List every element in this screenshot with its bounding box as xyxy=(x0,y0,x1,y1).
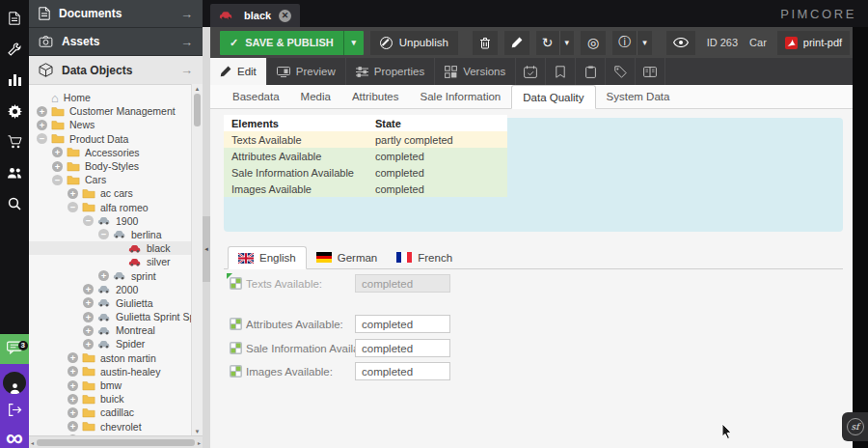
info-button[interactable]: ⓘ ▾ xyxy=(612,31,652,55)
tree-item-body-styles[interactable]: +Body-Styles xyxy=(29,159,192,173)
tree-item-accessories[interactable]: +Accessories xyxy=(29,146,192,159)
tree-item-alfa-romeo[interactable]: −alfa romeo xyxy=(29,201,192,214)
search-rail-icon[interactable] xyxy=(0,188,29,219)
scroll-right-icon[interactable]: ▸ xyxy=(198,439,201,446)
tab-edit[interactable]: Edit xyxy=(210,58,267,85)
expander-minus-icon[interactable]: − xyxy=(37,133,47,144)
expander-plus-icon[interactable]: + xyxy=(68,421,78,432)
panel-splitter[interactable]: ◂ xyxy=(203,27,210,448)
tab-calendar-icon[interactable] xyxy=(516,58,546,85)
sidebar-section-data-objects[interactable]: Data Objects → xyxy=(29,56,203,85)
subtab-system-data[interactable]: System Data xyxy=(596,85,681,108)
tab-properties[interactable]: Properties xyxy=(346,58,435,85)
tree-item-berlina[interactable]: −berlina xyxy=(29,228,192,241)
open-preview-button[interactable] xyxy=(666,31,695,55)
tab-clipboard-icon[interactable] xyxy=(576,58,606,85)
tree-item-customer-management[interactable]: +Customer Management xyxy=(29,104,192,118)
scroll-left-icon[interactable]: ◂ xyxy=(31,439,34,446)
tree-item-bmw[interactable]: +bmw xyxy=(29,378,192,392)
unpublish-button[interactable]: Unpublish xyxy=(370,31,458,55)
field-input[interactable] xyxy=(355,274,450,293)
reports-rail-icon[interactable] xyxy=(0,65,29,96)
info-caret-icon[interactable]: ▾ xyxy=(637,31,652,55)
delete-button[interactable] xyxy=(473,31,498,55)
tree-item-home[interactable]: ⌂Home xyxy=(29,91,192,104)
tree-item-silver[interactable]: silver xyxy=(29,255,192,268)
expander-plus-icon[interactable]: + xyxy=(68,352,78,363)
scrollbar-thumb[interactable] xyxy=(37,439,195,446)
ecommerce-rail-icon[interactable] xyxy=(0,126,29,157)
tree-item-gulietta-sprint-speciale[interactable]: +Gulietta Sprint Speciale xyxy=(29,310,192,323)
expander-plus-icon[interactable]: + xyxy=(68,394,78,405)
tab-versions[interactable]: Versions xyxy=(435,58,516,85)
documents-rail-icon[interactable] xyxy=(0,3,29,34)
expander-plus-icon[interactable]: + xyxy=(68,188,78,199)
tab-tag-icon[interactable] xyxy=(606,58,636,85)
expander-plus-icon[interactable]: + xyxy=(83,339,94,350)
tree-item-giulietta[interactable]: +Giulietta xyxy=(29,296,192,310)
tree-item-sprint[interactable]: +sprint xyxy=(29,268,192,282)
tree-horizontal-scrollbar[interactable]: ◂ ▸ xyxy=(29,435,203,448)
expander-minus-icon[interactable]: − xyxy=(52,175,63,185)
reload-caret-icon[interactable]: ▾ xyxy=(559,31,575,55)
language-tab-english[interactable]: English xyxy=(228,246,307,269)
tools-rail-icon[interactable] xyxy=(0,34,29,65)
user-avatar[interactable] xyxy=(3,372,26,394)
tree-item-chevrolet[interactable]: +chevrolet xyxy=(29,420,192,434)
tree-item-aston-martin[interactable]: +aston martin xyxy=(29,351,192,365)
rename-button[interactable] xyxy=(504,31,529,55)
subtab-data-quality[interactable]: Data Quality xyxy=(511,85,595,109)
tab-preview[interactable]: Preview xyxy=(267,58,346,85)
save-publish-button[interactable]: ✓ SAVE & PUBLISH ▾ xyxy=(220,31,364,55)
tree-item-montreal[interactable]: +Montreal xyxy=(29,323,192,337)
tree-item-product-data[interactable]: −Product Data xyxy=(29,132,192,146)
close-tab-icon[interactable]: ✕ xyxy=(279,10,291,22)
subtab-basedata[interactable]: Basedata xyxy=(222,85,290,108)
tree-item-news[interactable]: +News xyxy=(29,118,192,131)
scroll-up-icon[interactable]: ▲ xyxy=(195,84,201,94)
expander-plus-icon[interactable]: + xyxy=(83,297,94,308)
info-icon[interactable]: ⓘ xyxy=(612,31,637,55)
expander-minus-icon[interactable]: − xyxy=(98,229,109,239)
expander-plus-icon[interactable]: + xyxy=(37,120,47,130)
scrollbar-thumb[interactable] xyxy=(194,94,201,126)
tree-item-buick[interactable]: +buick xyxy=(29,392,192,406)
language-tab-german[interactable]: German xyxy=(307,246,388,268)
open-object-tab[interactable]: black ✕ xyxy=(210,4,300,27)
expander-plus-icon[interactable]: + xyxy=(52,147,63,157)
expander-plus-icon[interactable]: + xyxy=(83,325,94,336)
expander-plus-icon[interactable]: + xyxy=(68,407,78,418)
refresh-icon[interactable]: ↻ xyxy=(536,31,559,55)
sf-extension-badge[interactable]: sf xyxy=(842,412,868,441)
tree-item-austin-healey[interactable]: +austin-healey xyxy=(29,365,192,378)
reload-button[interactable]: ↻ ▾ xyxy=(536,31,574,55)
expander-minus-icon[interactable]: − xyxy=(68,202,78,212)
language-tab-french[interactable]: French xyxy=(387,246,462,268)
save-options-caret-icon[interactable]: ▾ xyxy=(343,31,364,55)
expander-plus-icon[interactable]: + xyxy=(52,161,63,172)
subtab-media[interactable]: Media xyxy=(290,85,341,108)
tree-item-cadillac[interactable]: +cadillac xyxy=(29,406,192,419)
field-input[interactable] xyxy=(355,362,450,380)
expander-minus-icon[interactable]: − xyxy=(83,215,94,226)
tree-item-black[interactable]: black xyxy=(29,241,192,255)
expander-plus-icon[interactable]: + xyxy=(68,366,78,377)
tree-item-2000[interactable]: +2000 xyxy=(29,283,192,296)
expander-plus-icon[interactable]: + xyxy=(68,380,78,391)
notifications-button[interactable]: 3 xyxy=(0,334,29,364)
expander-plus-icon[interactable]: + xyxy=(98,270,109,281)
print-pdf-button[interactable]: print-pdf xyxy=(777,31,850,55)
field-input[interactable] xyxy=(355,339,450,357)
field-input[interactable] xyxy=(355,315,450,333)
sidebar-section-documents[interactable]: Documents → xyxy=(29,0,203,28)
tree-item-ac-cars[interactable]: +ac cars xyxy=(29,186,192,200)
tree-item-1900[interactable]: −1900 xyxy=(29,214,192,228)
tab-book-icon[interactable] xyxy=(636,58,665,85)
tree-item-cars[interactable]: −Cars xyxy=(29,173,192,186)
expander-plus-icon[interactable]: + xyxy=(83,284,94,294)
users-rail-icon[interactable] xyxy=(0,157,29,188)
collapse-panel-handle[interactable]: ◂ xyxy=(203,216,210,282)
logout-icon[interactable] xyxy=(8,403,22,420)
sidebar-section-assets[interactable]: Assets → xyxy=(29,28,203,56)
expander-plus-icon[interactable]: + xyxy=(83,312,94,322)
